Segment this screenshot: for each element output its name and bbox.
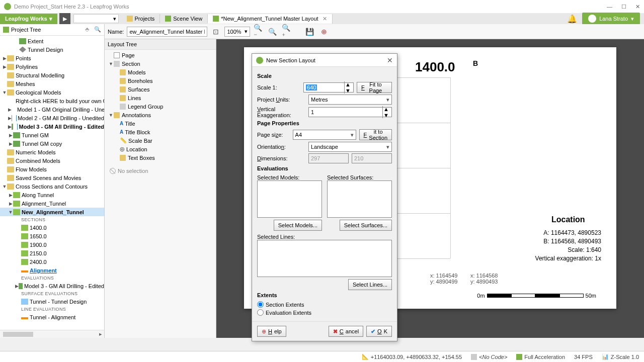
section-extents-radio[interactable]	[257, 301, 264, 308]
ok-button[interactable]: ✔OK	[366, 326, 392, 337]
tree-item[interactable]: Meshes	[16, 81, 35, 87]
user-badge[interactable]: Lana Strato▾	[582, 13, 640, 25]
tree-pin-icon[interactable]: ⬘	[85, 26, 92, 33]
layout-item[interactable]: Lines	[128, 95, 141, 101]
scale-input[interactable]: 640▲▼	[303, 82, 354, 93]
tree-hscroll[interactable]: ▸	[0, 330, 104, 338]
layout-item[interactable]: Page	[122, 52, 135, 58]
tree-item-alignment[interactable]: Alignment	[30, 267, 57, 274]
section-icon	[13, 209, 20, 215]
project-dropdown[interactable]: ▾	[73, 14, 119, 23]
app-menu[interactable]: Leapfrog Works▾	[0, 14, 57, 24]
page-title: 1400.0	[415, 59, 455, 75]
play-button[interactable]: ▶	[59, 13, 70, 24]
tree-item[interactable]: Cross Sections and Contours	[16, 184, 88, 190]
fit-to-section-button[interactable]: Fit to Section	[359, 129, 392, 140]
layout-item[interactable]: Title	[125, 121, 135, 127]
vexag-input[interactable]: 1▲▼	[308, 107, 392, 117]
tree-item[interactable]: Combined Models	[16, 158, 60, 164]
zoom-select[interactable]: 100% ▾	[224, 27, 250, 37]
tree-item[interactable]: Points	[16, 55, 31, 61]
tree-item[interactable]: Along Tunnel	[22, 192, 54, 198]
layout-item[interactable]: Section	[122, 61, 140, 67]
tree-item[interactable]: 2150.0	[30, 250, 47, 256]
status-coords: 📐 +1164003.09, +4890633.32, +154.55	[362, 353, 462, 360]
cancel-button[interactable]: ✖Cancel	[329, 326, 363, 337]
tree-item[interactable]: Tunnel - Alignment	[30, 314, 75, 320]
tab-layout[interactable]: *New_Alignment_Tunnel Master Layout✕	[208, 14, 332, 24]
tree-item[interactable]: Right-click HERE to build your own Geolo…	[16, 98, 104, 104]
tab-projects-label: Projects	[135, 16, 155, 22]
tree-item[interactable]: Extent	[28, 38, 43, 44]
dialog-close-icon[interactable]: ✕	[387, 56, 393, 64]
tree-search-icon[interactable]: 🔍	[94, 26, 101, 33]
tab-close-icon[interactable]: ✕	[323, 16, 327, 22]
tree-item[interactable]: 1400.0	[30, 225, 47, 231]
zoom-fit-icon[interactable]: ⊡	[210, 26, 221, 37]
tree-item[interactable]: Tunnel GM	[22, 132, 49, 138]
project-tree-body[interactable]: Extent Tunnel Design ▶Points ▶Polylines …	[0, 36, 104, 330]
zoom-reset-icon[interactable]: 🔍	[267, 26, 278, 37]
tree-item[interactable]: Geological Models	[16, 89, 61, 96]
pagesize-select[interactable]: A4	[293, 130, 356, 140]
selected-lines-list[interactable]	[257, 240, 392, 277]
tree-item[interactable]: Flow Models	[16, 166, 47, 172]
layout-item[interactable]: Annotations	[122, 112, 151, 118]
help-ring-icon[interactable]: ⊕	[318, 26, 330, 37]
select-lines-button[interactable]: Select Lines...	[348, 279, 392, 290]
tree-item[interactable]: Structural Modelling	[16, 72, 64, 78]
tab-scene-label: Scene View	[173, 16, 202, 22]
tree-item[interactable]: Model 3 - GM All Drilling - Edited	[24, 283, 104, 289]
tree-item[interactable]: Saved Scenes and Movies	[16, 175, 81, 181]
selected-surfaces-list[interactable]	[327, 180, 392, 218]
tree-item[interactable]: 1900.0	[30, 242, 47, 248]
tree-item[interactable]: 2400.0	[30, 259, 47, 265]
tree-item[interactable]: Model 3 - GM All Drilling - Edited	[19, 124, 104, 130]
zoom-in-icon[interactable]: 🔍⁺	[281, 26, 292, 37]
save-icon[interactable]: 💾	[304, 26, 315, 37]
tab-scene-view[interactable]: Scene View	[160, 14, 208, 23]
select-models-button[interactable]: Select Models...	[274, 220, 322, 231]
layout-item[interactable]: Boreholes	[128, 78, 153, 84]
layout-item[interactable]: Models	[128, 69, 145, 75]
layout-item[interactable]: Title Block	[125, 129, 150, 135]
maximize-button[interactable]: ☐	[621, 4, 626, 10]
layout-item[interactable]: Scale Bar	[128, 138, 152, 144]
tree-item[interactable]: Tunnel - Tunnel Design	[30, 299, 87, 305]
model-icon	[13, 132, 20, 138]
tree-item[interactable]: Alignment_Tunnel	[22, 201, 66, 207]
scalebar-left: 0m	[477, 293, 485, 299]
tree-item[interactable]: Tunnel GM copy	[22, 141, 62, 147]
layout-item[interactable]: Text Boxes	[128, 155, 155, 161]
tab-projects[interactable]: Projects	[122, 14, 160, 23]
evaluation-extents-label: Evaluation Extents	[266, 310, 311, 316]
folder-icon	[7, 166, 14, 172]
tree-item[interactable]: 1650.0	[30, 233, 47, 239]
selected-models-list[interactable]	[257, 180, 322, 218]
layout-item[interactable]: Legend Group	[128, 104, 163, 110]
tree-item[interactable]: Polylines	[16, 64, 38, 70]
tree-item-selected[interactable]: New_Alignment_Tunnel	[22, 209, 84, 215]
layout-item[interactable]: Surfaces	[128, 86, 149, 93]
layout-tree-title: Layout Tree	[105, 39, 216, 50]
page-heading: Page Properties	[257, 120, 392, 126]
alignment-icon	[21, 317, 28, 319]
select-surfaces-button[interactable]: Select Surfaces...	[340, 220, 392, 231]
evaluation-extents-radio[interactable]	[257, 309, 264, 316]
tree-item[interactable]: Tunnel Design	[28, 47, 63, 53]
layout-name-input[interactable]	[127, 27, 207, 37]
model-icon	[19, 283, 23, 289]
location-scale: Scale: 1:640	[535, 246, 601, 253]
close-button[interactable]: ✕	[635, 4, 640, 10]
tree-item[interactable]: Numeric Models	[16, 149, 55, 155]
orientation-select[interactable]: Landscape	[308, 142, 392, 152]
notifications-icon[interactable]: 🔔	[567, 14, 577, 24]
layout-item[interactable]: Location	[126, 146, 147, 152]
fit-to-page-button[interactable]: FFit to Page	[357, 82, 392, 93]
minimize-button[interactable]: —	[607, 4, 612, 10]
help-button[interactable]: ⊕Help	[257, 326, 286, 337]
tree-item[interactable]: Model 1 - GM Original Drilling - Unedite…	[17, 107, 104, 113]
zoom-out-icon[interactable]: 🔍⁻	[253, 26, 264, 37]
units-select[interactable]: Metres	[308, 95, 392, 105]
tree-item[interactable]: Model 2 - GM All Drilling - Unedited	[18, 115, 104, 121]
